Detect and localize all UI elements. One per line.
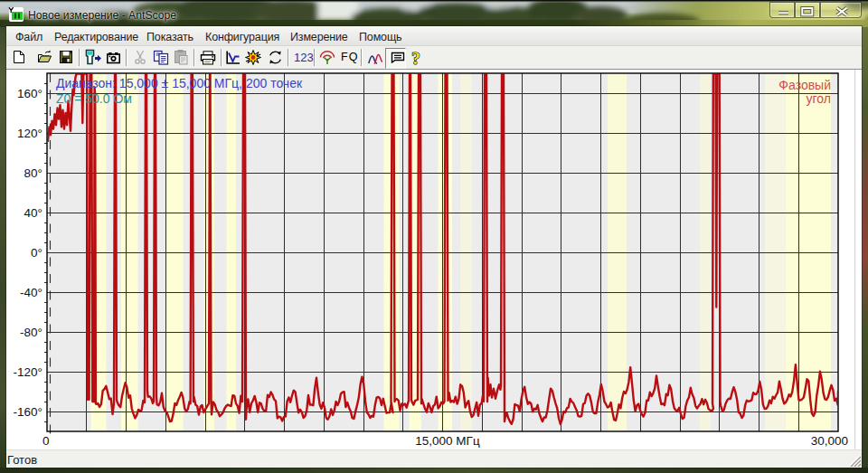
svg-text:Фазовый: Фазовый: [778, 78, 831, 92]
svg-text:120°: 120°: [17, 127, 42, 140]
svg-text:угол: угол: [807, 91, 831, 106]
svg-text:-120°: -120°: [14, 365, 42, 379]
svg-text:-80°: -80°: [20, 326, 42, 339]
svg-text:Диапазон: 15,000 ± 15,000 МГц,: Диапазон: 15,000 ± 15,000 МГц, 200 точек: [56, 76, 303, 90]
svg-text:80°: 80°: [24, 166, 42, 180]
svg-text:15,000 МГц: 15,000 МГц: [415, 434, 480, 448]
svg-text:-40°: -40°: [20, 286, 42, 299]
svg-text:0: 0: [42, 434, 50, 448]
svg-text:0°: 0°: [31, 246, 42, 260]
svg-text:160°: 160°: [17, 87, 42, 100]
svg-text:30,000: 30,000: [811, 434, 848, 448]
svg-text:Z0 = 50.0 Ом: Z0 = 50.0 Ом: [56, 91, 132, 106]
svg-text:-160°: -160°: [14, 405, 42, 419]
svg-text:?: ?: [411, 49, 420, 66]
svg-text:40°: 40°: [24, 206, 42, 220]
